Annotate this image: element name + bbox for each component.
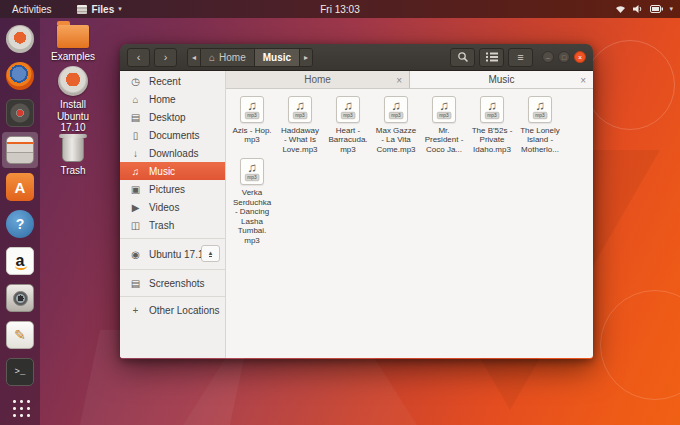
rhythmbox-icon (6, 99, 34, 127)
music-note-glyph: ♫ (247, 98, 257, 113)
dock-item-amazon[interactable]: a (2, 243, 38, 279)
install-ubuntu-icon (6, 25, 34, 53)
forward-button[interactable]: › (154, 48, 177, 67)
sidebar-item-downloads[interactable]: ↓Downloads (120, 144, 225, 162)
dock-item-install-ubuntu[interactable] (2, 21, 38, 57)
clock[interactable]: Fri 13:03 (0, 4, 680, 15)
menu-button[interactable]: ≡ (508, 48, 533, 67)
sidebar-item-label: Music (149, 166, 175, 177)
file-item[interactable]: ♫mp3 The B'52s - Private Idaho.mp3 (468, 92, 516, 154)
system-tray[interactable]: ▾ (615, 4, 673, 14)
file-item[interactable]: ♫mp3 Mr. President - Coco Ja... (420, 92, 468, 154)
file-item[interactable]: ♫mp3 Heart - Barracuda. mp3 (324, 92, 372, 154)
list-view-icon (486, 52, 498, 62)
music-note-glyph: ♫ (391, 98, 401, 113)
back-button[interactable]: ‹ (127, 48, 150, 67)
dock-item-terminal[interactable]: >_ (2, 354, 38, 390)
close-button[interactable]: × (574, 51, 586, 63)
mp3-file-icon: ♫mp3 (336, 96, 360, 123)
mp3-file-icon: ♫mp3 (528, 96, 552, 123)
dock-item-ubuntu-software[interactable]: A (2, 169, 38, 205)
file-name: The B'52s - Private Idaho.mp3 (472, 126, 513, 154)
path-bar: ◂ ⌂ Home Music ▸ (187, 48, 313, 67)
mp3-file-icon: ♫mp3 (240, 158, 264, 185)
music-note-glyph: ♫ (295, 98, 305, 113)
file-name: Mr. President - Coco Ja... (425, 126, 464, 154)
minimize-button[interactable]: – (542, 51, 554, 63)
pictures-icon: ▣ (130, 184, 141, 195)
view-toggle-button[interactable] (479, 48, 504, 67)
music-note-glyph: ♫ (535, 98, 545, 113)
plus-icon: + (130, 305, 141, 316)
desktop-icon-examples[interactable]: Examples (44, 20, 102, 63)
search-button[interactable] (450, 48, 475, 67)
files-icon (6, 136, 34, 164)
file-name: The Lonely Island - Motherlo... (520, 126, 560, 154)
path-current-button[interactable]: Music (255, 49, 300, 66)
tab-music[interactable]: Music × (410, 71, 593, 88)
dock-item-rhythmbox[interactable] (2, 95, 38, 131)
tab-home[interactable]: Home × (226, 71, 410, 88)
dock-item-help[interactable]: ? (2, 206, 38, 242)
mp3-badge: mp3 (245, 174, 259, 181)
hamburger-menu-icon: ≡ (517, 51, 523, 63)
sidebar-item-documents[interactable]: ▯Documents (120, 126, 225, 144)
mp3-badge: mp3 (485, 112, 499, 119)
music-note-icon: ♫ (130, 166, 141, 177)
sidebar: ◷Recent ⌂Home ▤Desktop ▯Documents ↓Downl… (120, 71, 226, 358)
file-name: Azis - Hop. mp3 (232, 126, 271, 145)
tab-close-icon[interactable]: × (396, 74, 402, 85)
desktop-icon-trash[interactable]: Trash (44, 133, 102, 177)
file-name: Verka Serduchka - Dancing Lasha Tumbai. … (233, 188, 271, 245)
dock-item-text-editor[interactable]: ✎ (2, 317, 38, 353)
sidebar-item-pictures[interactable]: ▣Pictures (120, 180, 225, 198)
file-item[interactable]: ♫mp3 Max Gazze - La Vita Come.mp3 (372, 92, 420, 154)
network-icon (615, 4, 626, 14)
firefox-icon (6, 62, 34, 90)
mp3-badge: mp3 (293, 112, 307, 119)
sidebar-item-label: Recent (149, 76, 181, 87)
tab-close-icon[interactable]: × (580, 74, 586, 85)
sidebar-item-home[interactable]: ⌂Home (120, 90, 225, 108)
sidebar-item-other-locations[interactable]: +Other Locations (120, 301, 225, 319)
sidebar-item-ubuntu-volume[interactable]: ◉ Ubuntu 17.1... ▴ (120, 243, 225, 265)
sidebar-item-videos[interactable]: ▶Videos (120, 198, 225, 216)
download-icon: ↓ (130, 148, 141, 159)
path-scroll-left-button[interactable]: ◂ (188, 49, 201, 66)
terminal-icon: >_ (6, 358, 34, 386)
mp3-badge: mp3 (245, 112, 259, 119)
music-note-glyph: ♫ (343, 98, 353, 113)
desktop-icon-label: Examples (51, 51, 95, 63)
videos-icon: ▶ (130, 202, 141, 213)
home-icon: ⌂ (209, 52, 215, 63)
file-item[interactable]: ♫mp3 Azis - Hop. mp3 (228, 92, 276, 154)
trash-icon: ◫ (130, 220, 141, 231)
files-window: ‹ › ◂ ⌂ Home Music ▸ ≡ – □ × ◷Recent (120, 44, 593, 359)
maximize-button[interactable]: □ (558, 51, 570, 63)
tab-bar: Home × Music × (226, 71, 593, 89)
wallpaper-shape (585, 40, 675, 130)
file-item[interactable]: ♫mp3 Haddaway - What Is Love.mp3 (276, 92, 324, 154)
dock-item-firefox[interactable] (2, 58, 38, 94)
disk-icon: ◉ (130, 249, 141, 260)
sidebar-item-music[interactable]: ♫Music (120, 162, 225, 180)
path-home-button[interactable]: ⌂ Home (201, 49, 255, 66)
dock-item-camera[interactable] (2, 280, 38, 316)
sidebar-item-desktop[interactable]: ▤Desktop (120, 108, 225, 126)
file-item[interactable]: ♫mp3 Verka Serduchka - Dancing Lasha Tum… (228, 154, 276, 245)
sidebar-item-label: Documents (149, 130, 200, 141)
dock-item-files[interactable] (2, 132, 38, 168)
mp3-badge: mp3 (437, 112, 451, 119)
show-apps-button[interactable] (10, 397, 30, 417)
sidebar-item-recent[interactable]: ◷Recent (120, 72, 225, 90)
path-scroll-right-button[interactable]: ▸ (300, 49, 312, 66)
sidebar-item-trash[interactable]: ◫Trash (120, 216, 225, 234)
battery-icon (650, 5, 663, 13)
file-grid[interactable]: ♫mp3 Azis - Hop. mp3 ♫mp3 Haddaway - Wha… (226, 89, 593, 358)
desktop-icon-install-ubuntu[interactable]: Install Ubuntu 17.10 (44, 66, 102, 134)
eject-button[interactable]: ▴ (201, 245, 220, 262)
sidebar-item-screenshots[interactable]: ▤Screenshots (120, 274, 225, 292)
main-pane: Home × Music × ♫mp3 Azis - Hop. mp3 ♫mp3… (226, 71, 593, 358)
sidebar-item-label: Videos (149, 202, 179, 213)
file-item[interactable]: ♫mp3 The Lonely Island - Motherlo... (516, 92, 564, 154)
